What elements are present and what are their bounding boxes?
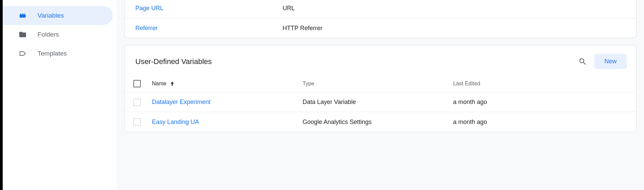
svg-rect-2 <box>22 14 23 15</box>
variable-link[interactable]: Referrer <box>135 25 283 32</box>
table-row: Datalayer Experiment Data Layer Variable… <box>125 92 636 112</box>
search-icon <box>578 57 587 66</box>
template-icon <box>19 49 27 58</box>
variable-type: HTTP Referrer <box>283 25 323 32</box>
sidebar-item-variables[interactable]: Variables <box>3 6 113 25</box>
svg-rect-1 <box>20 14 21 15</box>
sidebar-item-templates[interactable]: Templates <box>3 44 113 63</box>
select-all-checkbox[interactable] <box>133 80 141 87</box>
column-label: Name <box>152 81 166 87</box>
variable-link[interactable]: Datalayer Experiment <box>152 99 210 106</box>
sidebar-item-label: Variables <box>38 12 64 19</box>
column-label: Last Edited <box>453 81 480 86</box>
column-header-edited[interactable]: Last Edited <box>453 81 636 87</box>
variable-edited: a month ago <box>453 99 487 105</box>
card-title: User-Defined Variables <box>135 57 212 66</box>
column-label: Type <box>303 81 314 86</box>
column-header-name[interactable]: Name <box>152 81 303 87</box>
variable-edited: a month ago <box>453 119 487 125</box>
sidebar: Variables Folders Templates <box>3 0 117 190</box>
svg-rect-3 <box>24 14 25 15</box>
row-checkbox[interactable] <box>133 99 141 106</box>
built-in-variables-card: Page URL URL Referrer HTTP Referrer <box>124 0 637 38</box>
row-checkbox[interactable] <box>133 118 141 126</box>
decorative-bar <box>0 0 3 190</box>
search-button[interactable] <box>576 55 590 68</box>
sidebar-item-label: Folders <box>38 31 59 38</box>
svg-rect-0 <box>20 15 26 18</box>
variable-type: Google Analytics Settings <box>303 119 372 125</box>
table-row: Easy Landing UA Google Analytics Setting… <box>125 112 636 132</box>
column-header-type[interactable]: Type <box>303 81 453 87</box>
folder-icon <box>19 30 27 39</box>
sidebar-item-label: Templates <box>38 50 67 57</box>
table-row: Referrer HTTP Referrer <box>125 18 636 38</box>
card-header: User-Defined Variables New <box>125 45 636 75</box>
table-header: Name Type Last Edited <box>125 75 636 92</box>
table-row: Page URL URL <box>125 0 636 18</box>
user-defined-variables-card: User-Defined Variables New Name <box>124 45 637 132</box>
main-content: Page URL URL Referrer HTTP Referrer User… <box>117 0 644 190</box>
variable-link[interactable]: Easy Landing UA <box>152 119 199 126</box>
variables-icon <box>19 12 27 20</box>
new-button[interactable]: New <box>594 54 627 69</box>
sort-ascending-icon <box>169 81 175 87</box>
variable-type: URL <box>283 5 295 12</box>
variable-type: Data Layer Variable <box>303 99 356 105</box>
variable-link[interactable]: Page URL <box>135 5 283 12</box>
card-actions: New <box>576 54 627 69</box>
sidebar-item-folders[interactable]: Folders <box>3 25 113 44</box>
